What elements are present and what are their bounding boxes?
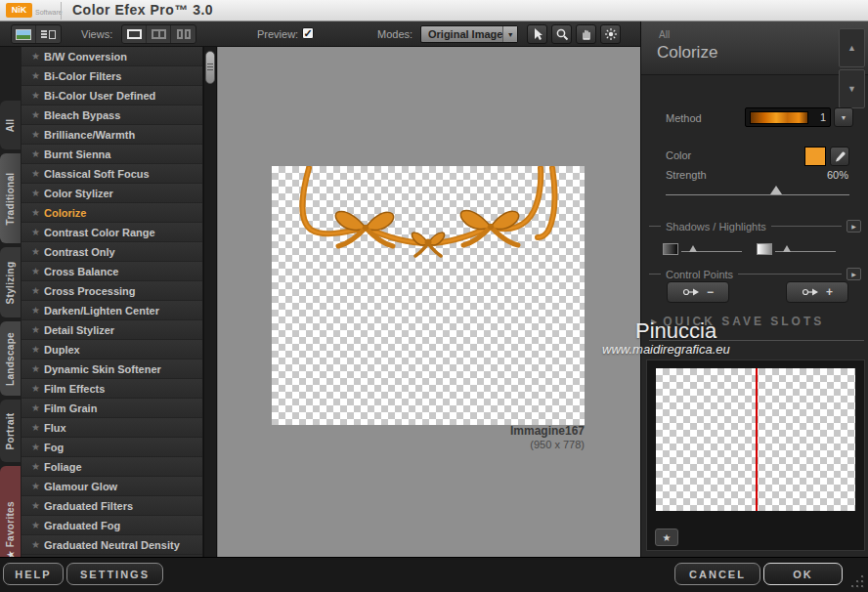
- star-icon: ★: [31, 422, 44, 433]
- highlights-slider-thumb[interactable]: [783, 245, 791, 252]
- filter-list-item-label: Darken/Lighten Center: [44, 305, 159, 317]
- star-icon: ★: [31, 129, 44, 140]
- list-view-icon: [41, 29, 56, 40]
- strength-slider-thumb[interactable]: [770, 186, 782, 194]
- filter-list-item[interactable]: ★Bi-Color User Defined: [22, 86, 202, 106]
- zoom-tool-button[interactable]: [551, 24, 572, 44]
- tab-stylizing[interactable]: Stylizing: [0, 247, 21, 317]
- list-view-button[interactable]: [36, 25, 61, 43]
- split-view-button[interactable]: [147, 25, 171, 43]
- method-dropdown-button[interactable]: ▼: [834, 107, 853, 127]
- filter-list-item-label: Cross Balance: [44, 266, 118, 277]
- cancel-button[interactable]: CANCEL: [674, 563, 760, 585]
- filter-list-item-label: Cross Processing: [44, 285, 136, 297]
- preview-checkbox[interactable]: ✓: [302, 27, 314, 39]
- star-icon: ★: [31, 344, 44, 355]
- filter-list-item[interactable]: ★Foliage: [22, 457, 202, 477]
- expand-section-button[interactable]: ▶: [846, 220, 861, 233]
- filter-list-item[interactable]: ★Cross Balance: [22, 262, 202, 281]
- filter-list-item-label: Flux: [44, 422, 66, 434]
- help-button[interactable]: HELP: [3, 563, 64, 585]
- tab-portrait[interactable]: Portrait: [0, 400, 21, 462]
- filter-list-item[interactable]: ★Contrast Color Range: [22, 223, 202, 242]
- image-name: Immagine167: [272, 424, 585, 438]
- split-preview-line[interactable]: [756, 368, 758, 511]
- filter-list-item[interactable]: ★Contrast Only: [22, 242, 202, 262]
- filter-list-item[interactable]: ★Burnt Sienna: [22, 145, 202, 164]
- preview-image[interactable]: [272, 166, 585, 425]
- filter-list-item[interactable]: ★Dynamic Skin Softener: [22, 359, 202, 379]
- tab-traditional[interactable]: Traditional: [0, 153, 21, 243]
- tab-all[interactable]: All: [0, 101, 21, 149]
- color-label: Color: [666, 149, 691, 161]
- filter-list-item[interactable]: ★Darken/Lighten Center: [22, 301, 202, 320]
- filter-list-item[interactable]: ★Graduated Neutral Density: [22, 535, 202, 555]
- settings-button[interactable]: SETTINGS: [66, 563, 163, 585]
- modes-dropdown[interactable]: Original Image ▼: [420, 25, 518, 43]
- filter-list-item[interactable]: ★Flux: [22, 418, 202, 438]
- color-swatch[interactable]: [804, 147, 826, 166]
- shadows-slider-thumb[interactable]: [689, 245, 697, 252]
- tab-all-label: All: [5, 118, 16, 132]
- magnifier-icon: [555, 27, 569, 41]
- filter-list-item[interactable]: ★Glamour Glow: [22, 477, 202, 496]
- filter-list-item[interactable]: ★Classical Soft Focus: [22, 164, 202, 184]
- filter-list: ★B/W Conversion★Bi-Color Filters★Bi-Colo…: [22, 47, 203, 557]
- shadows-slider[interactable]: [663, 242, 742, 256]
- filter-list-item[interactable]: ★Detail Stylizer: [22, 320, 202, 340]
- modes-label: Modes:: [377, 28, 412, 40]
- pan-tool-button[interactable]: [576, 24, 596, 44]
- favorite-slot-button[interactable]: ★: [655, 529, 678, 546]
- side-by-side-view-button[interactable]: [171, 25, 195, 43]
- background-color-tool-button[interactable]: [600, 24, 621, 44]
- filter-list-item[interactable]: ★Fog: [22, 438, 202, 457]
- filter-list-item[interactable]: ★Film Grain: [22, 399, 202, 418]
- filter-list-item[interactable]: ★Color Stylizer: [22, 184, 202, 203]
- filter-list-item[interactable]: ★Cross Processing: [22, 281, 202, 301]
- filter-list-item[interactable]: ★Film Effects: [22, 379, 202, 399]
- toolbar: Views: Preview: ✓ Modes: Original Image …: [0, 21, 640, 47]
- filter-list-item-label: Brilliance/Warmth: [44, 129, 135, 141]
- select-tool-button[interactable]: [527, 24, 547, 44]
- filter-list-item[interactable]: ★Bleach Bypass: [22, 106, 202, 125]
- filter-list-item[interactable]: ★Bi-Color Filters: [22, 66, 202, 86]
- filter-list-item[interactable]: ★Colorize: [22, 203, 202, 223]
- panel-scroll-down-button[interactable]: ▼: [839, 69, 865, 108]
- remove-control-point-button[interactable]: −: [667, 281, 729, 303]
- tab-traditional-label: Traditional: [5, 172, 16, 225]
- star-icon: ★: [31, 305, 44, 316]
- filter-list-scrollbar[interactable]: [203, 47, 217, 557]
- quick-save-thumbnail[interactable]: [656, 368, 855, 511]
- image-browser-button[interactable]: [12, 25, 36, 43]
- star-icon: ★: [31, 324, 44, 335]
- star-icon: ★: [31, 227, 44, 237]
- filter-list-item[interactable]: ★Duplex: [22, 340, 202, 359]
- photo-icon: [16, 29, 31, 40]
- filter-list-item[interactable]: ★Graduated Fog: [22, 516, 202, 535]
- ok-button[interactable]: OK: [763, 563, 843, 585]
- eyedropper-button[interactable]: [830, 147, 849, 166]
- filter-list-item-label: Detail Stylizer: [44, 324, 114, 336]
- highlights-slider[interactable]: [757, 242, 836, 256]
- method-selector[interactable]: 1: [745, 107, 831, 127]
- panel-scroll-up-button[interactable]: ▲: [839, 28, 865, 67]
- star-icon: ★: [31, 500, 44, 511]
- add-control-point-button[interactable]: +: [786, 281, 848, 303]
- plus-icon: +: [826, 287, 833, 297]
- scrollbar-thumb[interactable]: [205, 51, 215, 84]
- strength-slider[interactable]: [666, 186, 849, 199]
- expand-section-button[interactable]: ▶: [846, 268, 861, 280]
- filter-list-item[interactable]: ★Graduated Filters: [22, 496, 202, 516]
- shadows-gradient-swatch: [663, 243, 678, 255]
- tab-landscape[interactable]: Landscape: [0, 321, 21, 396]
- filter-list-item[interactable]: ★B/W Conversion: [22, 47, 202, 66]
- chevron-right-icon: ▶: [851, 223, 856, 230]
- filter-list-item[interactable]: ★Brilliance/Warmth: [22, 125, 202, 145]
- browser-mode-group: [11, 24, 62, 44]
- star-icon: ★: [31, 168, 44, 179]
- nik-logo: NiK: [6, 3, 32, 18]
- title-separator: [61, 2, 62, 20]
- single-view-button[interactable]: [122, 25, 147, 43]
- resize-grip[interactable]: [849, 573, 863, 587]
- strength-label: Strength: [666, 169, 707, 181]
